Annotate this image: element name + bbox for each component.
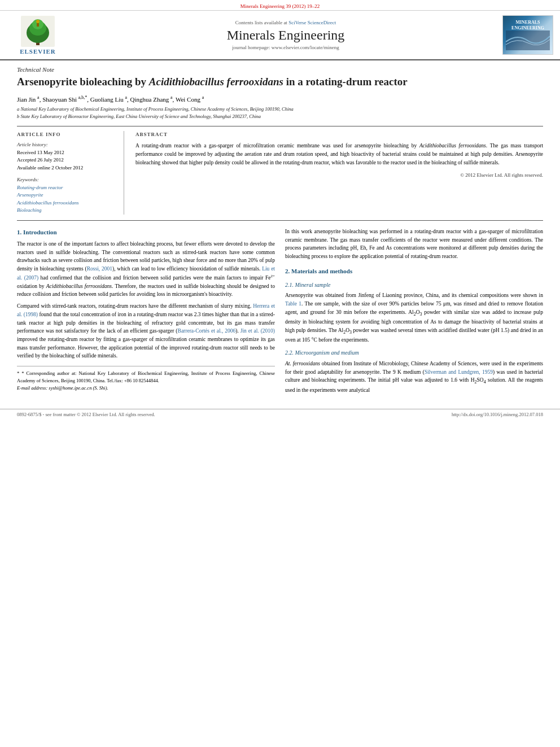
available-date: Available online 2 October 2012	[17, 164, 117, 172]
elsevier-logo-area: ELSEVIER	[7, 16, 69, 55]
copyright-line: © 2012 Elsevier Ltd. All rights reserved…	[135, 172, 543, 180]
issn-text: 0892-6875/$ - see front matter © 2012 El…	[17, 412, 155, 417]
keyword-3: Acidithiobacillus ferrooxidans	[17, 199, 117, 207]
journal-citation: Minerals Engineering 39 (2012) 19–22	[240, 3, 320, 9]
svg-point-5	[36, 20, 40, 23]
info-abstract-row: ARTICLE INFO Article history: Received 1…	[17, 126, 543, 215]
abstract-title: ABSTRACT	[135, 131, 543, 139]
subsection-micro-heading: 2.2. Microorganism and medium	[285, 348, 543, 357]
mineral-para: Arsenopyrite was obtained from Jinfeng o…	[285, 291, 543, 344]
intro-para-1: The reactor is one of the important fact…	[17, 240, 275, 299]
affiliation-b: b State Key Laboratory of Bioreactor Eng…	[17, 113, 543, 120]
journal-title: Minerals Engineering	[69, 28, 502, 43]
main-content: 1. Introduction The reactor is one of th…	[17, 220, 543, 397]
ref-silverman[interactable]: Silverman and Lundgren, 1959	[425, 369, 493, 375]
abstract-text: A rotating-drum reactor with a gas-sparg…	[135, 142, 543, 167]
elsevier-logo: ELSEVIER	[7, 16, 69, 55]
ref-herrera[interactable]: Herrera et al. (1998)	[17, 303, 275, 317]
left-column: 1. Introduction The reactor is one of th…	[17, 228, 275, 397]
ref-table1[interactable]: Table 1	[285, 301, 301, 307]
footnote-corresponding: * * Corresponding author at: National Ke…	[17, 370, 275, 385]
affiliations: a National Key Laboratory of Biochemical…	[17, 106, 543, 120]
cover-image-icon	[506, 30, 550, 50]
materials-heading: 2. Materials and methods	[285, 267, 543, 276]
keyword-4: Bioleaching	[17, 207, 117, 215]
journal-homepage: journal homepage: www.elsevier.com/locat…	[69, 45, 502, 50]
article-title: Arsenopyrite bioleaching by Acidithiobac…	[17, 75, 543, 89]
bottom-bar: 0892-6875/$ - see front matter © 2012 El…	[0, 409, 560, 420]
keyword-1: Rotating-drum reactor	[17, 184, 117, 192]
accepted-date: Accepted 26 July 2012	[17, 156, 117, 164]
abstract-section: ABSTRACT A rotating-drum reactor with a …	[135, 131, 543, 215]
intro-heading: 1. Introduction	[17, 228, 275, 237]
article-body: Technical Note Arsenopyrite bioleaching …	[0, 60, 560, 403]
right-intro-para: In this work arsenopyrite bioleaching wa…	[285, 228, 543, 261]
sciverse-line: Contents lists available at SciVerse Sci…	[69, 20, 502, 25]
cover-title: MINERALSENGINEERING	[511, 20, 544, 30]
elsevier-name: ELSEVIER	[20, 48, 56, 55]
header-center: Contents lists available at SciVerse Sci…	[69, 20, 502, 50]
intro-para-2: Compared with stirred-tank reactors, rot…	[17, 302, 275, 360]
svg-rect-6	[37, 23, 39, 27]
article-dates: Article history: Received 13 May 2012 Ac…	[17, 141, 117, 172]
affiliation-a: a National Key Laboratory of Biochemical…	[17, 106, 543, 113]
footnotes: * * Corresponding author at: National Ke…	[17, 366, 275, 391]
keyword-2: Arsenopyrite	[17, 191, 117, 199]
article-type: Technical Note	[17, 66, 543, 73]
authors-line: Jian Jin a, Shaoyuan Shi a,b,*, Guoliang…	[17, 95, 543, 103]
right-column: In this work arsenopyrite bioleaching wa…	[285, 228, 543, 397]
ref-liu[interactable]: Liu et al. (2007)	[17, 266, 275, 281]
footnote-email: E-mail address: syshi@home.ipe.ac.cn (S.…	[17, 385, 275, 392]
main-header: ELSEVIER Contents lists available at Sci…	[0, 11, 560, 60]
ref-rossi[interactable]: Rossi, 2001	[87, 266, 112, 272]
sciverse-link[interactable]: SciVerse ScienceDirect	[288, 20, 336, 25]
history-label: Article history:	[17, 141, 117, 149]
article-info: ARTICLE INFO Article history: Received 1…	[17, 131, 124, 215]
keywords-section: Keywords: Rotating-drum reactor Arsenopy…	[17, 176, 117, 215]
article-info-title: ARTICLE INFO	[17, 131, 117, 139]
received-date: Received 13 May 2012	[17, 149, 117, 157]
ref-jin[interactable]: Jin et al. (2010)	[240, 328, 275, 334]
doi-text: http://dx.doi.org/10.1016/j.mineng.2012.…	[452, 412, 543, 417]
elsevier-tree-icon	[21, 16, 55, 47]
micro-para: At. ferrooxidans obtained from Institute…	[285, 360, 543, 394]
keywords-label: Keywords:	[17, 176, 117, 184]
subsection-mineral-heading: 2.1. Mineral sample	[285, 281, 543, 290]
ref-barrera[interactable]: Barrera-Cortés et al., 2006	[178, 328, 236, 334]
journal-cover: MINERALSENGINEERING	[502, 15, 553, 55]
journal-header: Minerals Engineering 39 (2012) 19–22	[0, 0, 560, 11]
